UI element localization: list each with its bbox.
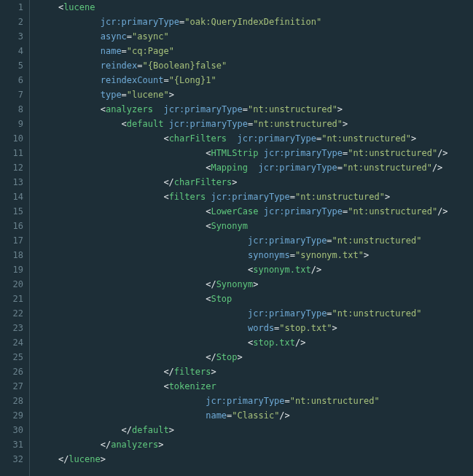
code-line[interactable]: synonyms="synonym.txt">: [37, 248, 448, 262]
line-number: 9: [0, 117, 23, 131]
line-number: 27: [0, 379, 23, 394]
code-line[interactable]: </filters>: [37, 364, 448, 379]
code-line[interactable]: <tokenizer: [37, 379, 448, 394]
line-number: 11: [0, 146, 23, 160]
code-line[interactable]: async="async": [37, 29, 448, 44]
code-line[interactable]: <stop.txt/>: [37, 335, 448, 350]
code-line[interactable]: <HTMLStrip jcr:primaryType="nt:unstructu…: [37, 146, 448, 160]
code-area[interactable]: <lucene jcr:primaryType="oak:QueryIndexD…: [30, 0, 448, 476]
code-line[interactable]: </Synonym>: [37, 277, 448, 292]
line-number: 26: [0, 364, 23, 379]
line-number: 16: [0, 219, 23, 233]
line-number: 19: [0, 262, 23, 277]
line-number: 4: [0, 44, 23, 58]
code-line[interactable]: <filters jcr:primaryType="nt:unstructure…: [37, 190, 448, 204]
line-number: 2: [0, 15, 23, 29]
code-line[interactable]: name="Classic"/>: [37, 408, 448, 423]
line-number-gutter: 1234567891011121314151617181920212223242…: [0, 0, 29, 476]
code-line[interactable]: <synonym.txt/>: [37, 262, 448, 277]
line-number: 20: [0, 277, 23, 292]
code-line[interactable]: jcr:primaryType="nt:unstructured": [37, 233, 448, 248]
code-line[interactable]: reindex="{Boolean}false": [37, 58, 448, 73]
code-line[interactable]: name="cq:Page": [37, 44, 448, 58]
line-number: 25: [0, 350, 23, 364]
line-number: 8: [0, 102, 23, 117]
line-number: 18: [0, 248, 23, 262]
code-line[interactable]: jcr:primaryType="nt:unstructured": [37, 394, 448, 408]
line-number: 10: [0, 131, 23, 146]
line-number: 7: [0, 87, 23, 102]
line-number: 13: [0, 175, 23, 190]
code-line[interactable]: </lucene>: [37, 452, 448, 467]
code-line[interactable]: <default jcr:primaryType="nt:unstructure…: [37, 117, 448, 131]
code-line[interactable]: <Stop: [37, 292, 448, 306]
line-number: 31: [0, 437, 23, 452]
line-number: 21: [0, 292, 23, 306]
code-line[interactable]: reindexCount="{Long}1": [37, 73, 448, 87]
line-number: 22: [0, 306, 23, 321]
code-line[interactable]: <lucene: [37, 0, 448, 15]
code-line[interactable]: <Mapping jcr:primaryType="nt:unstructure…: [37, 160, 448, 175]
code-line[interactable]: words="stop.txt">: [37, 321, 448, 335]
code-line[interactable]: <charFilters jcr:primaryType="nt:unstruc…: [37, 131, 448, 146]
code-line[interactable]: </default>: [37, 423, 448, 437]
line-number: 30: [0, 423, 23, 437]
code-line[interactable]: jcr:primaryType="nt:unstructured": [37, 306, 448, 321]
line-number: 23: [0, 321, 23, 335]
code-line[interactable]: </Stop>: [37, 350, 448, 364]
line-number: 14: [0, 190, 23, 204]
code-line[interactable]: <Synonym: [37, 219, 448, 233]
line-number: 28: [0, 394, 23, 408]
line-number: 29: [0, 408, 23, 423]
code-line[interactable]: </charFilters>: [37, 175, 448, 190]
line-number: 5: [0, 58, 23, 73]
code-line[interactable]: <analyzers jcr:primaryType="nt:unstructu…: [37, 102, 448, 117]
code-line[interactable]: jcr:primaryType="oak:QueryIndexDefinitio…: [37, 15, 448, 29]
line-number: 15: [0, 204, 23, 219]
code-line[interactable]: </analyzers>: [37, 437, 448, 452]
code-line[interactable]: type="lucene">: [37, 87, 448, 102]
line-number: 1: [0, 0, 23, 15]
code-editor: 1234567891011121314151617181920212223242…: [0, 0, 473, 476]
line-number: 6: [0, 73, 23, 87]
line-number: 17: [0, 233, 23, 248]
line-number: 12: [0, 160, 23, 175]
line-number: 32: [0, 452, 23, 467]
code-line[interactable]: <LowerCase jcr:primaryType="nt:unstructu…: [37, 204, 448, 219]
line-number: 24: [0, 335, 23, 350]
line-number: 3: [0, 29, 23, 44]
